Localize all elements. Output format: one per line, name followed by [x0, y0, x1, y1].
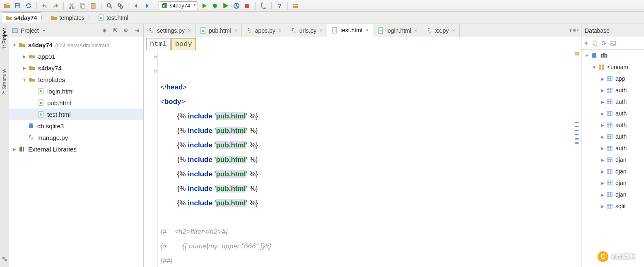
- db-table[interactable]: ▶sqlit: [581, 200, 644, 212]
- crumb-folder[interactable]: templates: [47, 12, 89, 23]
- svg-text:h: h: [379, 29, 381, 33]
- close-icon[interactable]: ×: [452, 28, 455, 34]
- open-button[interactable]: [2, 1, 12, 10]
- db-root[interactable]: ▼ db: [581, 50, 644, 61]
- db-table[interactable]: ▶auth: [581, 142, 644, 154]
- tree-file-test[interactable]: h test.html: [9, 108, 143, 120]
- struct-crumb-body[interactable]: body: [171, 38, 196, 50]
- forward-button[interactable]: [142, 1, 152, 10]
- editor-tab-urls[interactable]: urls.py×: [286, 24, 327, 37]
- help-button[interactable]: ?: [275, 1, 284, 10]
- project-tree[interactable]: ▼ s4day74(C:\Users\Administrato ▶ app01 …: [9, 37, 143, 267]
- rail-tab-project[interactable]: 1: Project: [2, 26, 7, 51]
- close-icon[interactable]: ×: [320, 28, 323, 34]
- db-table[interactable]: ▶auth: [581, 131, 644, 142]
- tree-file-db[interactable]: db.sqlite3: [9, 120, 143, 132]
- back-button[interactable]: [132, 1, 141, 10]
- close-icon[interactable]: ×: [366, 27, 369, 33]
- stop-button[interactable]: [243, 1, 252, 10]
- console-button[interactable]: [610, 40, 616, 46]
- struct-crumb-html[interactable]: html: [146, 38, 171, 50]
- cut-button[interactable]: [67, 1, 76, 10]
- tree-external-libraries[interactable]: ▶ External Libraries: [9, 143, 143, 155]
- close-icon[interactable]: ×: [279, 28, 282, 34]
- sync-button[interactable]: [24, 1, 33, 10]
- project-view-dropdown[interactable]: Project: [12, 27, 98, 34]
- editor-tab-pub[interactable]: h pub.html×: [195, 24, 242, 37]
- db-table[interactable]: ▶app: [581, 73, 644, 84]
- svg-rect-14: [223, 3, 224, 8]
- db-table[interactable]: ▶djan: [581, 177, 644, 189]
- error-stripe[interactable]: [575, 51, 579, 267]
- tab-list-icon[interactable]: ▾ ≡ ³: [569, 28, 579, 33]
- db-table[interactable]: ▶auth: [581, 108, 644, 119]
- db-table[interactable]: ▶djan: [581, 189, 644, 200]
- add-datasource-button[interactable]: +: [584, 39, 589, 48]
- fold-handle-icon[interactable]: ⊟: [154, 69, 157, 75]
- close-icon[interactable]: ×: [188, 28, 191, 34]
- panel-settings-button[interactable]: ⚙: [122, 26, 130, 35]
- svg-rect-44: [594, 42, 597, 46]
- close-icon[interactable]: ×: [234, 28, 237, 34]
- code-editor[interactable]: </head> <body> {% include 'pub.html' %} …: [158, 51, 581, 267]
- svg-rect-5: [82, 5, 85, 9]
- svg-point-13: [213, 4, 217, 8]
- fold-handle-icon[interactable]: ⊟: [154, 55, 157, 60]
- svg-point-17: [261, 2, 263, 4]
- tree-root[interactable]: ▼ s4day74(C:\Users\Administrato: [9, 39, 143, 51]
- editor-tab-test[interactable]: h test.html×: [327, 24, 373, 37]
- svg-rect-34: [19, 147, 21, 152]
- undo-button[interactable]: [40, 1, 49, 10]
- svg-rect-67: [607, 123, 612, 127]
- editor-gutter[interactable]: ⊟ ⊟: [144, 51, 158, 267]
- tree-file-manage[interactable]: manage.py: [9, 132, 143, 143]
- svg-point-18: [264, 7, 266, 9]
- crumb-file[interactable]: h test.html: [94, 12, 133, 23]
- settings-button[interactable]: [291, 1, 300, 10]
- db-table[interactable]: ▶auth: [581, 119, 644, 131]
- copy-button[interactable]: [78, 1, 87, 10]
- crumb-root[interactable]: s4day74: [2, 12, 41, 23]
- paste-button[interactable]: [89, 1, 98, 10]
- tree-folder-templates[interactable]: ▼ templates: [9, 74, 143, 85]
- debug-button[interactable]: [210, 1, 219, 10]
- find-button[interactable]: [105, 1, 114, 10]
- database-panel-header[interactable]: Database: [581, 24, 644, 37]
- rail-tab-structure[interactable]: 2: Structure: [2, 67, 7, 96]
- refresh-button[interactable]: ⟳: [601, 40, 607, 47]
- tree-file-pub[interactable]: h pub.html: [9, 97, 143, 108]
- scroll-from-source-button[interactable]: ⊕: [100, 26, 109, 35]
- redo-button[interactable]: [51, 1, 60, 10]
- editor-tab-settings[interactable]: settings.py×: [144, 24, 195, 37]
- database-tree[interactable]: ▼ db ▼ <unnam ▶app▶auth▶auth▶auth▶auth▶a…: [581, 50, 644, 267]
- svg-point-9: [118, 4, 121, 6]
- svg-rect-71: [607, 135, 612, 139]
- vcs-button[interactable]: [259, 1, 268, 10]
- editor-tab-xx[interactable]: xx.py×: [422, 24, 460, 37]
- duplicate-button[interactable]: [592, 40, 598, 46]
- collapse-all-button[interactable]: ⇱: [111, 26, 119, 35]
- replace-button[interactable]: [116, 1, 125, 10]
- close-icon[interactable]: ×: [415, 28, 417, 34]
- tree-file-login[interactable]: h login.html: [9, 85, 143, 97]
- db-table[interactable]: ▶djan: [581, 154, 644, 166]
- editor-tab-apps[interactable]: apps.py×: [242, 24, 286, 37]
- rail-other-button[interactable]: [0, 255, 9, 264]
- tree-folder-s4day74[interactable]: ▶ s4day74: [9, 62, 143, 74]
- editor-tab-login[interactable]: h login.html×: [373, 24, 422, 37]
- profile-button[interactable]: [232, 1, 241, 10]
- hide-panel-button[interactable]: ⇥: [133, 26, 141, 35]
- save-button[interactable]: [13, 1, 22, 10]
- svg-rect-35: [21, 147, 22, 152]
- db-table[interactable]: ▶auth: [581, 84, 644, 96]
- tree-folder-app01[interactable]: ▶ app01: [9, 51, 143, 62]
- run-button[interactable]: [200, 1, 209, 10]
- db-schema[interactable]: ▼ <unnam: [581, 61, 644, 73]
- editor-structure-breadcrumb: html body: [144, 37, 581, 51]
- coverage-button[interactable]: [221, 1, 230, 10]
- db-table[interactable]: ▶auth: [581, 96, 644, 108]
- run-configuration-dropdown[interactable]: dj s4day74: [159, 1, 198, 10]
- db-table[interactable]: ▶djan: [581, 166, 644, 177]
- inspection-marker[interactable]: [575, 52, 579, 55]
- run-config-label: s4day74: [170, 2, 190, 9]
